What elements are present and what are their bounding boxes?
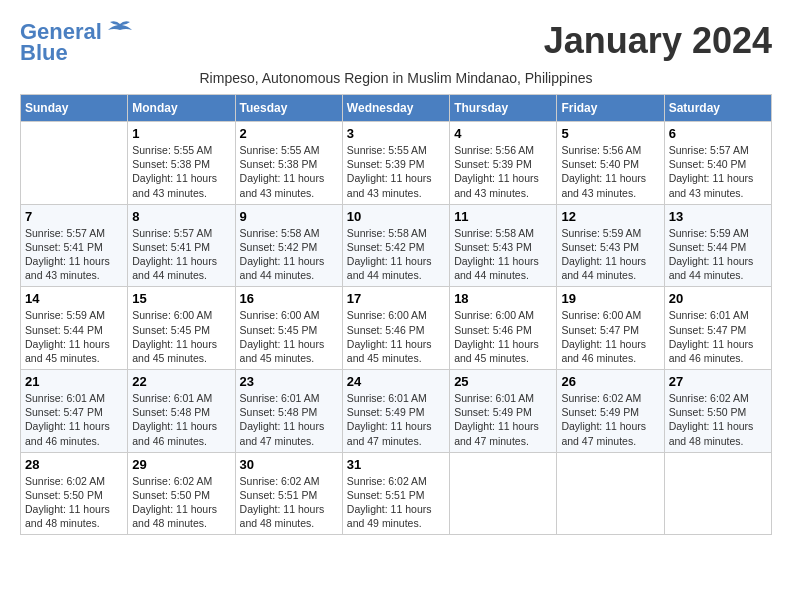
day-number: 26: [561, 374, 659, 389]
day-info: Sunrise: 6:00 AM Sunset: 5:45 PM Dayligh…: [132, 308, 230, 365]
day-number: 14: [25, 291, 123, 306]
col-header-friday: Friday: [557, 95, 664, 122]
day-number: 10: [347, 209, 445, 224]
logo-blue: Blue: [20, 40, 68, 66]
day-number: 29: [132, 457, 230, 472]
day-info: Sunrise: 5:57 AM Sunset: 5:41 PM Dayligh…: [132, 226, 230, 283]
col-header-monday: Monday: [128, 95, 235, 122]
day-number: 12: [561, 209, 659, 224]
day-info: Sunrise: 5:57 AM Sunset: 5:41 PM Dayligh…: [25, 226, 123, 283]
col-header-thursday: Thursday: [450, 95, 557, 122]
calendar-cell: 13Sunrise: 5:59 AM Sunset: 5:44 PM Dayli…: [664, 204, 771, 287]
calendar-cell: 26Sunrise: 6:02 AM Sunset: 5:49 PM Dayli…: [557, 370, 664, 453]
day-info: Sunrise: 6:02 AM Sunset: 5:50 PM Dayligh…: [25, 474, 123, 531]
calendar-cell: 9Sunrise: 5:58 AM Sunset: 5:42 PM Daylig…: [235, 204, 342, 287]
day-info: Sunrise: 5:59 AM Sunset: 5:43 PM Dayligh…: [561, 226, 659, 283]
calendar-cell: [21, 122, 128, 205]
day-number: 16: [240, 291, 338, 306]
day-number: 9: [240, 209, 338, 224]
day-number: 4: [454, 126, 552, 141]
calendar-cell: 31Sunrise: 6:02 AM Sunset: 5:51 PM Dayli…: [342, 452, 449, 535]
col-header-saturday: Saturday: [664, 95, 771, 122]
day-number: 31: [347, 457, 445, 472]
day-number: 17: [347, 291, 445, 306]
calendar-table: SundayMondayTuesdayWednesdayThursdayFrid…: [20, 94, 772, 535]
month-title: January 2024: [544, 20, 772, 62]
day-info: Sunrise: 6:00 AM Sunset: 5:46 PM Dayligh…: [454, 308, 552, 365]
day-number: 15: [132, 291, 230, 306]
day-info: Sunrise: 5:56 AM Sunset: 5:40 PM Dayligh…: [561, 143, 659, 200]
day-info: Sunrise: 6:00 AM Sunset: 5:47 PM Dayligh…: [561, 308, 659, 365]
day-info: Sunrise: 6:01 AM Sunset: 5:48 PM Dayligh…: [240, 391, 338, 448]
day-info: Sunrise: 6:01 AM Sunset: 5:47 PM Dayligh…: [25, 391, 123, 448]
day-info: Sunrise: 6:01 AM Sunset: 5:48 PM Dayligh…: [132, 391, 230, 448]
day-number: 7: [25, 209, 123, 224]
calendar-cell: 23Sunrise: 6:01 AM Sunset: 5:48 PM Dayli…: [235, 370, 342, 453]
day-info: Sunrise: 5:59 AM Sunset: 5:44 PM Dayligh…: [669, 226, 767, 283]
day-info: Sunrise: 6:01 AM Sunset: 5:47 PM Dayligh…: [669, 308, 767, 365]
day-info: Sunrise: 5:58 AM Sunset: 5:42 PM Dayligh…: [347, 226, 445, 283]
calendar-cell: 3Sunrise: 5:55 AM Sunset: 5:39 PM Daylig…: [342, 122, 449, 205]
day-number: 19: [561, 291, 659, 306]
day-info: Sunrise: 6:01 AM Sunset: 5:49 PM Dayligh…: [454, 391, 552, 448]
day-info: Sunrise: 5:58 AM Sunset: 5:42 PM Dayligh…: [240, 226, 338, 283]
day-number: 13: [669, 209, 767, 224]
day-info: Sunrise: 6:00 AM Sunset: 5:45 PM Dayligh…: [240, 308, 338, 365]
day-number: 11: [454, 209, 552, 224]
calendar-cell: 29Sunrise: 6:02 AM Sunset: 5:50 PM Dayli…: [128, 452, 235, 535]
calendar-cell: 2Sunrise: 5:55 AM Sunset: 5:38 PM Daylig…: [235, 122, 342, 205]
day-info: Sunrise: 6:02 AM Sunset: 5:50 PM Dayligh…: [669, 391, 767, 448]
calendar-cell: 16Sunrise: 6:00 AM Sunset: 5:45 PM Dayli…: [235, 287, 342, 370]
day-number: 3: [347, 126, 445, 141]
day-info: Sunrise: 6:02 AM Sunset: 5:49 PM Dayligh…: [561, 391, 659, 448]
calendar-cell: 7Sunrise: 5:57 AM Sunset: 5:41 PM Daylig…: [21, 204, 128, 287]
day-info: Sunrise: 6:02 AM Sunset: 5:51 PM Dayligh…: [240, 474, 338, 531]
day-info: Sunrise: 5:55 AM Sunset: 5:38 PM Dayligh…: [132, 143, 230, 200]
day-info: Sunrise: 6:01 AM Sunset: 5:49 PM Dayligh…: [347, 391, 445, 448]
logo: General Blue: [20, 20, 134, 66]
day-number: 1: [132, 126, 230, 141]
day-info: Sunrise: 6:02 AM Sunset: 5:50 PM Dayligh…: [132, 474, 230, 531]
day-number: 25: [454, 374, 552, 389]
day-info: Sunrise: 5:55 AM Sunset: 5:39 PM Dayligh…: [347, 143, 445, 200]
calendar-cell: 15Sunrise: 6:00 AM Sunset: 5:45 PM Dayli…: [128, 287, 235, 370]
header: General Blue January 2024: [20, 20, 772, 66]
calendar-cell: [664, 452, 771, 535]
day-number: 22: [132, 374, 230, 389]
calendar-cell: 17Sunrise: 6:00 AM Sunset: 5:46 PM Dayli…: [342, 287, 449, 370]
col-header-wednesday: Wednesday: [342, 95, 449, 122]
day-info: Sunrise: 6:02 AM Sunset: 5:51 PM Dayligh…: [347, 474, 445, 531]
day-info: Sunrise: 5:58 AM Sunset: 5:43 PM Dayligh…: [454, 226, 552, 283]
day-number: 18: [454, 291, 552, 306]
logo-bird-icon: [106, 20, 134, 40]
subtitle: Rimpeso, Autonomous Region in Muslim Min…: [20, 70, 772, 86]
calendar-cell: 12Sunrise: 5:59 AM Sunset: 5:43 PM Dayli…: [557, 204, 664, 287]
day-info: Sunrise: 5:55 AM Sunset: 5:38 PM Dayligh…: [240, 143, 338, 200]
calendar-cell: 22Sunrise: 6:01 AM Sunset: 5:48 PM Dayli…: [128, 370, 235, 453]
calendar-cell: 8Sunrise: 5:57 AM Sunset: 5:41 PM Daylig…: [128, 204, 235, 287]
calendar-cell: 20Sunrise: 6:01 AM Sunset: 5:47 PM Dayli…: [664, 287, 771, 370]
day-number: 24: [347, 374, 445, 389]
day-number: 23: [240, 374, 338, 389]
calendar-cell: 18Sunrise: 6:00 AM Sunset: 5:46 PM Dayli…: [450, 287, 557, 370]
day-info: Sunrise: 5:56 AM Sunset: 5:39 PM Dayligh…: [454, 143, 552, 200]
calendar-cell: 6Sunrise: 5:57 AM Sunset: 5:40 PM Daylig…: [664, 122, 771, 205]
calendar-cell: 10Sunrise: 5:58 AM Sunset: 5:42 PM Dayli…: [342, 204, 449, 287]
day-info: Sunrise: 6:00 AM Sunset: 5:46 PM Dayligh…: [347, 308, 445, 365]
day-number: 2: [240, 126, 338, 141]
calendar-cell: 1Sunrise: 5:55 AM Sunset: 5:38 PM Daylig…: [128, 122, 235, 205]
calendar-cell: 21Sunrise: 6:01 AM Sunset: 5:47 PM Dayli…: [21, 370, 128, 453]
day-info: Sunrise: 5:59 AM Sunset: 5:44 PM Dayligh…: [25, 308, 123, 365]
calendar-cell: [450, 452, 557, 535]
calendar-cell: 25Sunrise: 6:01 AM Sunset: 5:49 PM Dayli…: [450, 370, 557, 453]
day-number: 30: [240, 457, 338, 472]
day-number: 21: [25, 374, 123, 389]
day-number: 6: [669, 126, 767, 141]
col-header-tuesday: Tuesday: [235, 95, 342, 122]
calendar-cell: 5Sunrise: 5:56 AM Sunset: 5:40 PM Daylig…: [557, 122, 664, 205]
calendar-cell: 30Sunrise: 6:02 AM Sunset: 5:51 PM Dayli…: [235, 452, 342, 535]
calendar-cell: 27Sunrise: 6:02 AM Sunset: 5:50 PM Dayli…: [664, 370, 771, 453]
calendar-cell: 24Sunrise: 6:01 AM Sunset: 5:49 PM Dayli…: [342, 370, 449, 453]
day-number: 27: [669, 374, 767, 389]
day-number: 20: [669, 291, 767, 306]
